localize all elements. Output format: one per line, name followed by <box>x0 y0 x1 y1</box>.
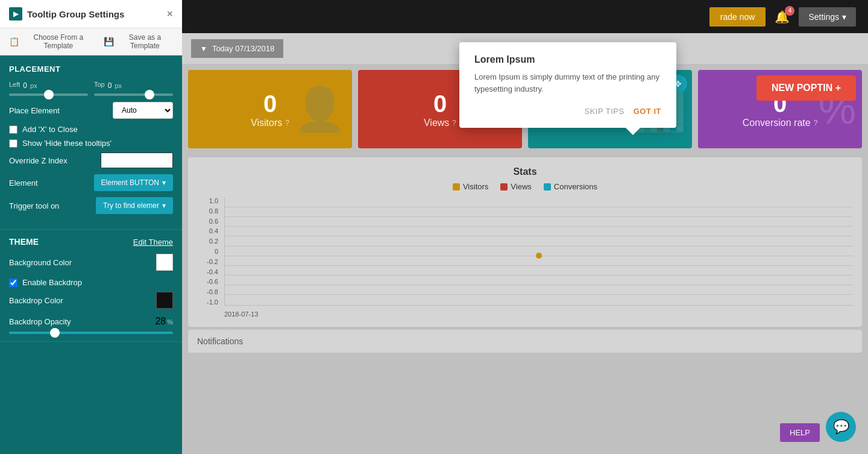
left-field: Left 0 px <box>9 81 88 96</box>
legend-views: Views <box>500 182 531 191</box>
add-x-row: Add 'X' to Close <box>9 125 173 134</box>
theme-section: Theme Edit Theme Background Color Enable… <box>0 230 182 342</box>
bg-color-label: Background Color <box>9 258 72 267</box>
legend-visitors: Visitors <box>453 182 488 191</box>
theme-header: Theme Edit Theme <box>9 237 173 247</box>
tooltip-arrow <box>626 128 640 135</box>
chart-data-dot <box>536 253 542 259</box>
visitors-info-icon: ? <box>285 119 289 127</box>
tooltip-title: Lorem Ipsum <box>474 54 661 65</box>
notifications-title: Notifications <box>197 336 243 346</box>
enable-backdrop-label: Enable Backdrop <box>22 278 82 287</box>
chart-plot <box>224 197 853 306</box>
grid-line <box>225 207 853 207</box>
left-unit: px <box>30 82 37 89</box>
left-label: Left <box>9 81 20 88</box>
legend-conversions: Conversions <box>544 182 597 191</box>
left-panel: ▶ Tooltip Group Settings × 📋 Choose From… <box>0 0 182 454</box>
trigger-row: Trigger tool on Try to find elemer ▾ <box>9 197 173 214</box>
left-slider-track[interactable] <box>9 93 88 96</box>
upgrade-button[interactable]: rade now <box>709 7 766 27</box>
top-slider-track[interactable] <box>94 93 173 96</box>
backdrop-color-label: Backdrop Color <box>9 296 63 305</box>
placement-inputs: Left 0 px Top 0 px <box>9 81 173 96</box>
grid-line <box>225 294 853 295</box>
save-icon: 💾 <box>104 37 114 46</box>
left-slider-thumb[interactable] <box>44 90 54 99</box>
show-hide-row: Show 'Hide these tooltips' <box>9 139 173 148</box>
show-hide-label: Show 'Hide these tooltips' <box>22 139 112 148</box>
grid-line <box>225 275 853 276</box>
stat-card-visitors: 👤 0 Visitors ? <box>188 70 352 148</box>
element-button[interactable]: Element BUTTON ▾ <box>94 174 173 191</box>
conversions-legend-dot <box>544 183 551 191</box>
chevron-down-icon: ▾ <box>162 178 166 187</box>
enable-backdrop-checkbox[interactable] <box>9 279 17 287</box>
opacity-slider-thumb[interactable] <box>50 328 60 338</box>
add-x-label: Add 'X' to Close <box>22 125 78 134</box>
grid-line <box>225 216 853 217</box>
top-field: Top 0 px <box>94 81 173 96</box>
visitors-legend-dot <box>453 183 460 191</box>
enable-backdrop-row: Enable Backdrop <box>9 278 173 287</box>
backdrop-color-swatch[interactable] <box>156 292 173 309</box>
main-content: NEW POPTIN + ▼ Today 07/13/2018 👤 0 Visi… <box>182 33 868 454</box>
place-element-select[interactable]: Auto <box>113 102 173 119</box>
panel-title: Tooltip Group Settings <box>27 9 124 19</box>
notifications-box: Notifications <box>188 330 862 353</box>
edit-theme-link[interactable]: Edit Theme <box>133 238 173 247</box>
show-hide-checkbox[interactable] <box>9 139 17 148</box>
opacity-slider-track[interactable] <box>9 332 173 334</box>
bg-color-swatch[interactable] <box>156 254 173 271</box>
left-value: 0 <box>23 81 27 90</box>
tooltip-popup: Lorem Ipsum Lorem Ipsum is simply dummy … <box>459 42 676 128</box>
chart-legend: Visitors Views Conversions <box>197 182 853 191</box>
placement-section: Placement Left 0 px Top 0 px <box>0 55 182 230</box>
visitors-bg-icon: 👤 <box>294 84 346 134</box>
views-label: Views ? <box>424 118 456 128</box>
chevron-down-icon: ▾ <box>842 12 846 22</box>
element-row: Element Element BUTTON ▾ <box>9 174 173 191</box>
trigger-button[interactable]: Try to find elemer ▾ <box>96 197 173 214</box>
theme-label: Theme <box>9 237 39 247</box>
add-x-checkbox[interactable] <box>9 125 17 134</box>
rate-info-icon: ? <box>814 119 818 127</box>
grid-line <box>225 285 853 285</box>
save-template-button[interactable]: 💾 Save as a Template <box>104 33 173 50</box>
rate-label: Conversion rate ? <box>743 118 818 128</box>
settings-button[interactable]: Settings ▾ <box>799 7 856 27</box>
grid-line <box>225 226 853 227</box>
date-selector-button[interactable]: ▼ Today 07/13/2018 <box>191 39 283 58</box>
top-slider-thumb[interactable] <box>145 90 154 99</box>
place-element-label: Place Element <box>9 106 60 115</box>
chart-x-label: 2018-07-13 <box>224 311 258 318</box>
override-z-input[interactable] <box>101 153 173 168</box>
chart-container: Stats Visitors Views Conversions 1.0 0.8… <box>188 157 862 327</box>
top-value: 0 <box>108 81 112 90</box>
grid-line <box>225 265 853 266</box>
views-number: 0 <box>433 90 447 118</box>
tooltip-actions: SKIP TIPS GOT IT <box>474 107 661 116</box>
chart-y-axis: 1.0 0.8 0.6 0.4 0.2 0 -0.2 -0.4 -0.6 -0.… <box>197 197 221 306</box>
chat-button[interactable]: 💬 <box>826 412 856 442</box>
panel-logo: ▶ <box>9 7 22 20</box>
chart-area: 1.0 0.8 0.6 0.4 0.2 0 -0.2 -0.4 -0.6 -0.… <box>197 197 853 318</box>
date-label: Today 07/13/2018 <box>212 44 274 53</box>
grid-line <box>225 246 853 247</box>
new-poptin-button[interactable]: NEW POPTIN + <box>756 75 856 101</box>
bell-icon[interactable]: 🔔 4 <box>775 10 790 24</box>
chat-icon: 💬 <box>833 419 849 435</box>
chart-title: Stats <box>197 166 853 177</box>
top-bar-right: rade now 🔔 4 Settings ▾ <box>709 7 856 27</box>
skip-tips-button[interactable]: SKIP TIPS <box>584 107 624 116</box>
top-unit: px <box>115 82 122 89</box>
choose-template-button[interactable]: 📋 Choose From a Template <box>9 33 95 50</box>
place-element-row: Place Element Auto <box>9 102 173 119</box>
visitors-number: 0 <box>263 90 277 118</box>
got-it-button[interactable]: GOT IT <box>634 107 661 116</box>
help-button[interactable]: HELP <box>780 423 820 442</box>
placement-label: Placement <box>9 65 173 74</box>
views-legend-dot <box>500 183 508 191</box>
trigger-label: Trigger tool on <box>9 201 59 210</box>
panel-close-button[interactable]: × <box>166 8 173 20</box>
